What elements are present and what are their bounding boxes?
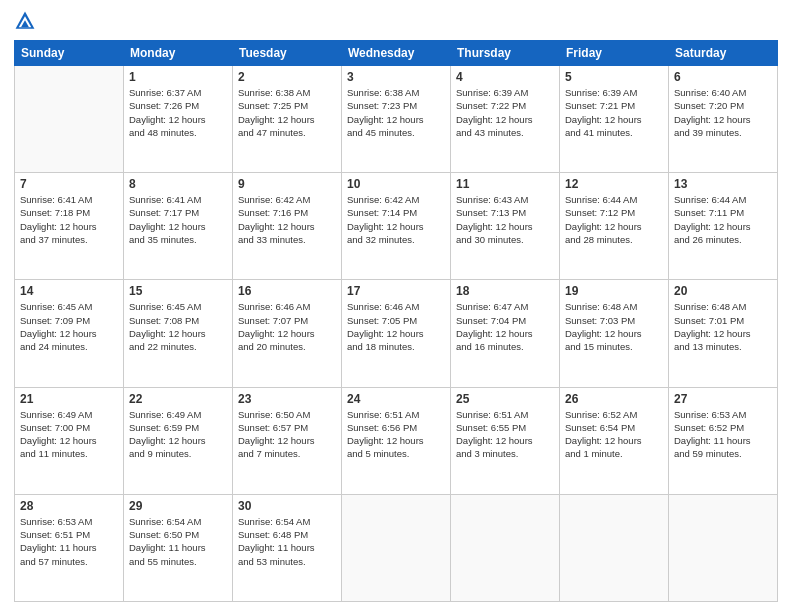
day-info: Sunrise: 6:51 AM Sunset: 6:55 PM Dayligh…: [456, 408, 554, 461]
calendar-cell: 1Sunrise: 6:37 AM Sunset: 7:26 PM Daylig…: [124, 66, 233, 173]
day-number: 22: [129, 392, 227, 406]
day-number: 19: [565, 284, 663, 298]
calendar-cell: [451, 494, 560, 601]
calendar-cell: 14Sunrise: 6:45 AM Sunset: 7:09 PM Dayli…: [15, 280, 124, 387]
day-info: Sunrise: 6:43 AM Sunset: 7:13 PM Dayligh…: [456, 193, 554, 246]
weekday-header-friday: Friday: [560, 41, 669, 66]
weekday-header-monday: Monday: [124, 41, 233, 66]
day-number: 28: [20, 499, 118, 513]
calendar-cell: 18Sunrise: 6:47 AM Sunset: 7:04 PM Dayli…: [451, 280, 560, 387]
calendar-cell: 17Sunrise: 6:46 AM Sunset: 7:05 PM Dayli…: [342, 280, 451, 387]
day-info: Sunrise: 6:49 AM Sunset: 7:00 PM Dayligh…: [20, 408, 118, 461]
calendar-cell: [669, 494, 778, 601]
day-number: 21: [20, 392, 118, 406]
day-info: Sunrise: 6:37 AM Sunset: 7:26 PM Dayligh…: [129, 86, 227, 139]
day-number: 7: [20, 177, 118, 191]
day-number: 1: [129, 70, 227, 84]
day-number: 14: [20, 284, 118, 298]
day-number: 26: [565, 392, 663, 406]
calendar-cell: 7Sunrise: 6:41 AM Sunset: 7:18 PM Daylig…: [15, 173, 124, 280]
logo-icon: [14, 10, 36, 32]
calendar-cell: 13Sunrise: 6:44 AM Sunset: 7:11 PM Dayli…: [669, 173, 778, 280]
day-info: Sunrise: 6:39 AM Sunset: 7:21 PM Dayligh…: [565, 86, 663, 139]
weekday-header-tuesday: Tuesday: [233, 41, 342, 66]
calendar-week-3: 14Sunrise: 6:45 AM Sunset: 7:09 PM Dayli…: [15, 280, 778, 387]
day-number: 29: [129, 499, 227, 513]
day-info: Sunrise: 6:38 AM Sunset: 7:23 PM Dayligh…: [347, 86, 445, 139]
day-number: 5: [565, 70, 663, 84]
day-info: Sunrise: 6:49 AM Sunset: 6:59 PM Dayligh…: [129, 408, 227, 461]
day-number: 27: [674, 392, 772, 406]
weekday-header-row: SundayMondayTuesdayWednesdayThursdayFrid…: [15, 41, 778, 66]
calendar-cell: 23Sunrise: 6:50 AM Sunset: 6:57 PM Dayli…: [233, 387, 342, 494]
day-number: 4: [456, 70, 554, 84]
day-number: 9: [238, 177, 336, 191]
day-info: Sunrise: 6:54 AM Sunset: 6:48 PM Dayligh…: [238, 515, 336, 568]
weekday-header-thursday: Thursday: [451, 41, 560, 66]
day-number: 17: [347, 284, 445, 298]
day-info: Sunrise: 6:50 AM Sunset: 6:57 PM Dayligh…: [238, 408, 336, 461]
day-info: Sunrise: 6:45 AM Sunset: 7:08 PM Dayligh…: [129, 300, 227, 353]
day-number: 23: [238, 392, 336, 406]
day-number: 15: [129, 284, 227, 298]
day-info: Sunrise: 6:38 AM Sunset: 7:25 PM Dayligh…: [238, 86, 336, 139]
day-number: 11: [456, 177, 554, 191]
weekday-header-wednesday: Wednesday: [342, 41, 451, 66]
calendar-cell: 28Sunrise: 6:53 AM Sunset: 6:51 PM Dayli…: [15, 494, 124, 601]
day-number: 24: [347, 392, 445, 406]
calendar-week-4: 21Sunrise: 6:49 AM Sunset: 7:00 PM Dayli…: [15, 387, 778, 494]
day-number: 12: [565, 177, 663, 191]
day-number: 16: [238, 284, 336, 298]
day-info: Sunrise: 6:40 AM Sunset: 7:20 PM Dayligh…: [674, 86, 772, 139]
day-number: 10: [347, 177, 445, 191]
calendar-cell: 11Sunrise: 6:43 AM Sunset: 7:13 PM Dayli…: [451, 173, 560, 280]
calendar-cell: 25Sunrise: 6:51 AM Sunset: 6:55 PM Dayli…: [451, 387, 560, 494]
calendar-week-1: 1Sunrise: 6:37 AM Sunset: 7:26 PM Daylig…: [15, 66, 778, 173]
calendar-table: SundayMondayTuesdayWednesdayThursdayFrid…: [14, 40, 778, 602]
calendar-cell: 16Sunrise: 6:46 AM Sunset: 7:07 PM Dayli…: [233, 280, 342, 387]
day-info: Sunrise: 6:41 AM Sunset: 7:18 PM Dayligh…: [20, 193, 118, 246]
day-number: 20: [674, 284, 772, 298]
calendar-cell: 15Sunrise: 6:45 AM Sunset: 7:08 PM Dayli…: [124, 280, 233, 387]
day-number: 2: [238, 70, 336, 84]
day-info: Sunrise: 6:44 AM Sunset: 7:11 PM Dayligh…: [674, 193, 772, 246]
day-info: Sunrise: 6:47 AM Sunset: 7:04 PM Dayligh…: [456, 300, 554, 353]
calendar-cell: 9Sunrise: 6:42 AM Sunset: 7:16 PM Daylig…: [233, 173, 342, 280]
calendar-cell: 21Sunrise: 6:49 AM Sunset: 7:00 PM Dayli…: [15, 387, 124, 494]
calendar-cell: 5Sunrise: 6:39 AM Sunset: 7:21 PM Daylig…: [560, 66, 669, 173]
day-info: Sunrise: 6:44 AM Sunset: 7:12 PM Dayligh…: [565, 193, 663, 246]
calendar-cell: 26Sunrise: 6:52 AM Sunset: 6:54 PM Dayli…: [560, 387, 669, 494]
calendar-cell: 10Sunrise: 6:42 AM Sunset: 7:14 PM Dayli…: [342, 173, 451, 280]
day-info: Sunrise: 6:46 AM Sunset: 7:07 PM Dayligh…: [238, 300, 336, 353]
calendar-cell: 27Sunrise: 6:53 AM Sunset: 6:52 PM Dayli…: [669, 387, 778, 494]
calendar-cell: 2Sunrise: 6:38 AM Sunset: 7:25 PM Daylig…: [233, 66, 342, 173]
calendar-week-5: 28Sunrise: 6:53 AM Sunset: 6:51 PM Dayli…: [15, 494, 778, 601]
day-number: 8: [129, 177, 227, 191]
day-number: 30: [238, 499, 336, 513]
calendar-cell: 12Sunrise: 6:44 AM Sunset: 7:12 PM Dayli…: [560, 173, 669, 280]
calendar-cell: 19Sunrise: 6:48 AM Sunset: 7:03 PM Dayli…: [560, 280, 669, 387]
day-info: Sunrise: 6:52 AM Sunset: 6:54 PM Dayligh…: [565, 408, 663, 461]
header: [14, 10, 778, 32]
weekday-header-saturday: Saturday: [669, 41, 778, 66]
day-info: Sunrise: 6:53 AM Sunset: 6:52 PM Dayligh…: [674, 408, 772, 461]
calendar-cell: 4Sunrise: 6:39 AM Sunset: 7:22 PM Daylig…: [451, 66, 560, 173]
calendar-cell: 30Sunrise: 6:54 AM Sunset: 6:48 PM Dayli…: [233, 494, 342, 601]
day-info: Sunrise: 6:42 AM Sunset: 7:14 PM Dayligh…: [347, 193, 445, 246]
day-info: Sunrise: 6:42 AM Sunset: 7:16 PM Dayligh…: [238, 193, 336, 246]
logo: [14, 10, 40, 32]
calendar-cell: [15, 66, 124, 173]
calendar-week-2: 7Sunrise: 6:41 AM Sunset: 7:18 PM Daylig…: [15, 173, 778, 280]
day-info: Sunrise: 6:41 AM Sunset: 7:17 PM Dayligh…: [129, 193, 227, 246]
day-info: Sunrise: 6:51 AM Sunset: 6:56 PM Dayligh…: [347, 408, 445, 461]
day-info: Sunrise: 6:48 AM Sunset: 7:01 PM Dayligh…: [674, 300, 772, 353]
day-info: Sunrise: 6:53 AM Sunset: 6:51 PM Dayligh…: [20, 515, 118, 568]
calendar-cell: 6Sunrise: 6:40 AM Sunset: 7:20 PM Daylig…: [669, 66, 778, 173]
weekday-header-sunday: Sunday: [15, 41, 124, 66]
day-info: Sunrise: 6:48 AM Sunset: 7:03 PM Dayligh…: [565, 300, 663, 353]
day-info: Sunrise: 6:45 AM Sunset: 7:09 PM Dayligh…: [20, 300, 118, 353]
day-number: 3: [347, 70, 445, 84]
calendar-cell: [342, 494, 451, 601]
calendar-cell: 3Sunrise: 6:38 AM Sunset: 7:23 PM Daylig…: [342, 66, 451, 173]
day-info: Sunrise: 6:39 AM Sunset: 7:22 PM Dayligh…: [456, 86, 554, 139]
